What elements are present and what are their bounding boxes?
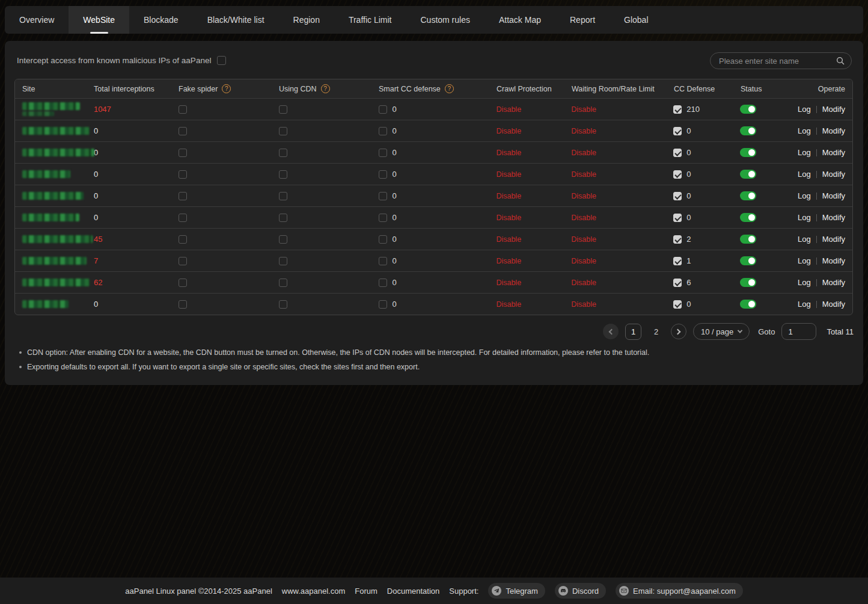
tab-black-white-list[interactable]: Black/White list xyxy=(193,6,279,34)
using-cdn-checkbox[interactable] xyxy=(279,257,287,265)
cc-defense-checkbox[interactable] xyxy=(673,235,682,244)
waiting-room-link[interactable]: Disable xyxy=(571,214,596,222)
cc-defense-checkbox[interactable] xyxy=(673,105,682,114)
status-toggle[interactable] xyxy=(740,170,756,179)
site-search-input[interactable] xyxy=(719,57,836,66)
log-link[interactable]: Log xyxy=(798,191,811,200)
modify-link[interactable]: Modify xyxy=(822,300,845,309)
crawl-protection-link[interactable]: Disable xyxy=(496,257,521,265)
cc-defense-checkbox[interactable] xyxy=(673,214,682,222)
discord-button[interactable]: Discord xyxy=(555,583,606,599)
waiting-room-link[interactable]: Disable xyxy=(571,170,596,179)
using-cdn-checkbox[interactable] xyxy=(279,105,287,114)
waiting-room-link[interactable]: Disable xyxy=(571,149,596,157)
documentation-link[interactable]: Documentation xyxy=(387,587,439,596)
modify-link[interactable]: Modify xyxy=(822,170,845,179)
status-toggle[interactable] xyxy=(740,105,756,114)
tab-report[interactable]: Report xyxy=(555,6,610,34)
fake-spider-checkbox[interactable] xyxy=(179,127,187,135)
smart-cc-checkbox[interactable] xyxy=(379,105,387,114)
page-button-2[interactable]: 2 xyxy=(648,324,664,340)
log-link[interactable]: Log xyxy=(798,148,811,157)
using-cdn-checkbox[interactable] xyxy=(279,149,287,157)
waiting-room-link[interactable]: Disable xyxy=(571,235,596,244)
log-link[interactable]: Log xyxy=(798,278,811,287)
modify-link[interactable]: Modify xyxy=(822,105,845,114)
help-icon[interactable] xyxy=(445,84,454,93)
tab-blockade[interactable]: Blockade xyxy=(129,6,193,34)
status-toggle[interactable] xyxy=(740,300,756,309)
intercept-option-checkbox[interactable] xyxy=(217,56,226,65)
cc-defense-checkbox[interactable] xyxy=(673,257,682,265)
website-link[interactable]: www.aapanel.com xyxy=(282,587,346,596)
fake-spider-checkbox[interactable] xyxy=(179,105,187,114)
search-icon[interactable] xyxy=(836,56,845,66)
waiting-room-link[interactable]: Disable xyxy=(571,279,596,287)
cc-defense-checkbox[interactable] xyxy=(673,170,682,179)
forum-link[interactable]: Forum xyxy=(355,587,377,596)
modify-link[interactable]: Modify xyxy=(822,278,845,287)
tab-global[interactable]: Global xyxy=(610,6,662,34)
prev-page-button[interactable] xyxy=(603,324,619,339)
fake-spider-checkbox[interactable] xyxy=(179,149,187,157)
status-toggle[interactable] xyxy=(740,235,756,244)
log-link[interactable]: Log xyxy=(798,300,811,309)
goto-page-input[interactable] xyxy=(781,323,816,340)
crawl-protection-link[interactable]: Disable xyxy=(496,192,521,200)
crawl-protection-link[interactable]: Disable xyxy=(496,105,521,114)
cc-defense-checkbox[interactable] xyxy=(673,300,682,309)
modify-link[interactable]: Modify xyxy=(822,191,845,200)
log-link[interactable]: Log xyxy=(798,213,811,222)
waiting-room-link[interactable]: Disable xyxy=(571,300,596,309)
smart-cc-checkbox[interactable] xyxy=(379,279,387,287)
log-link[interactable]: Log xyxy=(798,126,811,135)
cc-defense-checkbox[interactable] xyxy=(673,127,682,135)
telegram-button[interactable]: Telegram xyxy=(488,583,545,599)
fake-spider-checkbox[interactable] xyxy=(179,170,187,179)
waiting-room-link[interactable]: Disable xyxy=(571,127,596,135)
smart-cc-checkbox[interactable] xyxy=(379,149,387,157)
page-size-select[interactable]: 10 / page xyxy=(693,323,750,340)
tab-website[interactable]: WebSite xyxy=(69,6,129,34)
smart-cc-checkbox[interactable] xyxy=(379,300,387,309)
tab-attack-map[interactable]: Attack Map xyxy=(484,6,555,34)
status-toggle[interactable] xyxy=(740,278,756,287)
status-toggle[interactable] xyxy=(740,256,756,265)
status-toggle[interactable] xyxy=(740,191,756,200)
crawl-protection-link[interactable]: Disable xyxy=(496,149,521,157)
cc-defense-checkbox[interactable] xyxy=(673,192,682,200)
fake-spider-checkbox[interactable] xyxy=(179,235,187,244)
smart-cc-checkbox[interactable] xyxy=(379,127,387,135)
tab-overview[interactable]: Overview xyxy=(5,6,69,34)
fake-spider-checkbox[interactable] xyxy=(179,300,187,309)
email-button[interactable]: Email: support@aapanel.com xyxy=(616,583,743,599)
smart-cc-checkbox[interactable] xyxy=(379,170,387,179)
smart-cc-checkbox[interactable] xyxy=(379,235,387,244)
fake-spider-checkbox[interactable] xyxy=(179,192,187,200)
using-cdn-checkbox[interactable] xyxy=(279,235,287,244)
status-toggle[interactable] xyxy=(740,148,756,157)
tab-custom-rules[interactable]: Custom rules xyxy=(406,6,484,34)
cc-defense-checkbox[interactable] xyxy=(673,279,682,287)
next-page-button[interactable] xyxy=(671,324,686,339)
crawl-protection-link[interactable]: Disable xyxy=(496,300,521,309)
modify-link[interactable]: Modify xyxy=(822,256,845,265)
status-toggle[interactable] xyxy=(740,213,756,222)
page-button-1[interactable]: 1 xyxy=(625,324,641,340)
fake-spider-checkbox[interactable] xyxy=(179,279,187,287)
crawl-protection-link[interactable]: Disable xyxy=(496,170,521,179)
smart-cc-checkbox[interactable] xyxy=(379,192,387,200)
crawl-protection-link[interactable]: Disable xyxy=(496,214,521,222)
using-cdn-checkbox[interactable] xyxy=(279,214,287,222)
log-link[interactable]: Log xyxy=(798,170,811,179)
modify-link[interactable]: Modify xyxy=(822,148,845,157)
modify-link[interactable]: Modify xyxy=(822,213,845,222)
log-link[interactable]: Log xyxy=(798,256,811,265)
tab-traffic-limit[interactable]: Traffic Limit xyxy=(334,6,406,34)
status-toggle[interactable] xyxy=(740,126,756,135)
crawl-protection-link[interactable]: Disable xyxy=(496,127,521,135)
help-icon[interactable] xyxy=(222,84,231,93)
cc-defense-checkbox[interactable] xyxy=(673,149,682,157)
fake-spider-checkbox[interactable] xyxy=(179,214,187,222)
modify-link[interactable]: Modify xyxy=(822,235,845,244)
